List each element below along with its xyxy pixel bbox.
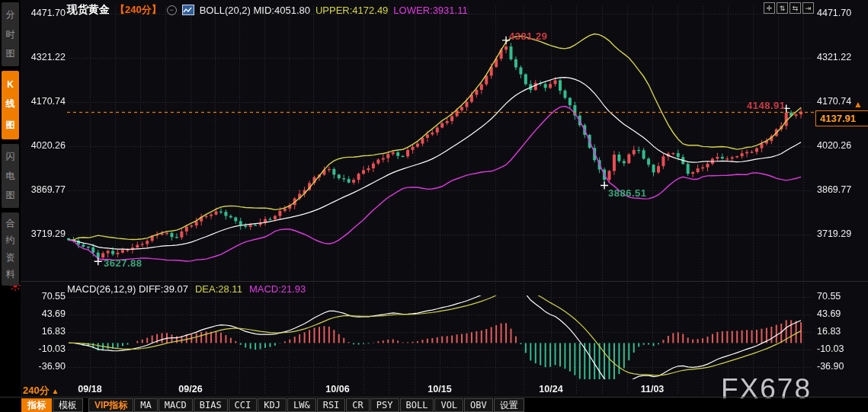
period-label: 【240分】 (115, 3, 162, 17)
price-tick-right: 4471.70 (817, 8, 864, 18)
macd-tick-left: 70.55 (21, 291, 66, 302)
macd-diff-label: MACD(26,12,9) DIFF:39.07 (67, 283, 188, 295)
toolbar-button-VIP指标[interactable]: VIP指标 (88, 398, 133, 412)
toolbar-button-BIAS[interactable]: BIAS (194, 398, 228, 412)
zoom-y-icon[interactable]: ⇅ (777, 2, 788, 14)
price-annotation: 3627.88 (104, 257, 143, 269)
price-tick-right: 4020.26 (817, 140, 864, 151)
macd-tick-left: 43.69 (21, 308, 66, 319)
price-tick-right: 3719.29 (817, 228, 864, 239)
toolbar-button-模板[interactable]: 模板 (53, 398, 83, 412)
toolbar-button-CCI[interactable]: CCI (229, 398, 258, 412)
mini-chart-icon[interactable] (182, 5, 194, 15)
toolbar-button-KDJ[interactable]: KDJ (258, 398, 287, 412)
price-tick-left: 3719.29 (21, 228, 66, 239)
watermark: FX678 (721, 373, 812, 405)
interval-label: 240分 (23, 385, 50, 396)
sidebar-tab-char: 料 (6, 268, 15, 281)
boll-indicator-label: BOLL(20,2) MID:4051.80 (200, 5, 310, 16)
price-tick-left: 4170.74 (21, 96, 66, 107)
toolbar-button-设置[interactable]: 设置 (494, 398, 524, 412)
x-axis-date-label: 10/06 (319, 384, 356, 394)
price-tick-left: 4321.22 (21, 52, 66, 62)
trading-app-window: { "colors":{"up":"#ea4d54","down":"#31bd… (0, 0, 868, 412)
price-annotation: 3886.51 (608, 187, 647, 199)
sidebar-tab-合约资料[interactable]: 合约资料 (2, 212, 19, 286)
toolbar-button-MA[interactable]: MA (134, 398, 157, 412)
sidebar-tab-分时图[interactable]: 分时图 (2, 2, 19, 66)
x-axis-date-label: 09/26 (172, 384, 209, 394)
toolbar-button-RSI[interactable]: RSI (317, 398, 346, 412)
x-axis-date-label: 10/24 (533, 384, 569, 394)
macd-tick-left: -36.90 (21, 361, 66, 372)
sidebar-tab-char: 约 (6, 234, 15, 247)
link-icon[interactable]: − (167, 5, 177, 15)
sidebar-tab-char: 闪 (6, 150, 15, 163)
sidebar-tab-闪电图[interactable]: 闪电图 (2, 144, 19, 208)
interval-selector[interactable]: 240分 ▲ (23, 384, 59, 398)
macd-macd-label: MACD:21.93 (249, 283, 306, 295)
toolbar-button-OBV[interactable]: OBV (464, 398, 493, 412)
symbol-name: 现货黄金 (67, 3, 110, 17)
macd-tick-right: 16.83 (817, 326, 864, 337)
macd-tick-right: -10.03 (817, 343, 864, 354)
sidebar-tab-char: 资 (6, 251, 15, 264)
crosshair-icon[interactable]: ✛ (764, 2, 775, 14)
price-alert-arrow-icon[interactable]: ▲ (854, 99, 863, 110)
toolbar-button-VOL[interactable]: VOL (434, 398, 463, 412)
boll-upper-label: UPPER:4172.49 (315, 5, 388, 16)
indicator-toolbar: 指标模板VIP指标MAMACDBIASCCIKDJLW&RSICRPSYBOLL… (21, 398, 525, 412)
price-tick-right: 3869.77 (817, 184, 864, 195)
price-tick-left: 4471.70 (21, 8, 66, 18)
sidebar-tab-char: 图 (6, 47, 15, 60)
sidebar-tab-char: 图 (6, 189, 15, 202)
macd-dea-label: DEA:28.11 (195, 283, 242, 295)
sidebar-tab-char: 分 (6, 8, 15, 21)
left-sidebar: 分时图K线图闪电图合约资料 (0, 0, 21, 412)
macd-tick-right: 70.55 (817, 291, 864, 302)
macd-header: MACD(26,12,9) DIFF:39.07 DEA:28.11 MACD:… (67, 283, 306, 295)
sidebar-tab-char: K (7, 79, 14, 90)
boll-lower-label: LOWER:3931.11 (393, 5, 467, 16)
toolbar-button-MACD[interactable]: MACD (159, 398, 193, 412)
toolbar-button-指标[interactable]: 指标 (21, 398, 52, 412)
sidebar-tab-char: 图 (6, 119, 15, 132)
macd-tick-left: -10.03 (21, 343, 66, 354)
x-axis-date-label: 09/18 (72, 384, 108, 394)
sidebar-tab-char: 时 (6, 28, 15, 41)
chart-header: 现货黄金 【240分】 − BOLL(20,2) MID:4051.80 UPP… (67, 3, 468, 17)
sidebar-tab-char: 合 (6, 217, 15, 230)
zoom-reset-icon[interactable]: ⇥ (802, 2, 814, 14)
x-axis-date-label: 11/03 (634, 384, 671, 394)
sidebar-tab-char: 电 (6, 170, 15, 183)
chart-tool-icons: ✛⇅⇆⇥ (764, 2, 814, 14)
macd-tick-right: 43.69 (817, 308, 864, 319)
interval-dropdown-arrow-icon[interactable]: ▲ (50, 387, 59, 395)
toolbar-divider (0, 397, 868, 398)
macd-tick-right: -36.90 (817, 361, 864, 372)
sidebar-tab-K线图[interactable]: K线图 (2, 71, 19, 139)
price-chart-canvas[interactable] (0, 0, 868, 412)
pane-divider (21, 281, 868, 282)
sidebar-tab-char: 线 (6, 97, 15, 110)
toolbar-button-PSY[interactable]: PSY (370, 398, 399, 412)
price-tick-left: 3869.77 (21, 184, 66, 195)
toolbar-button-CR[interactable]: CR (346, 398, 369, 412)
macd-tick-left: 16.83 (21, 326, 66, 337)
price-annotation: 4381.29 (509, 30, 548, 42)
price-annotation: 4148.91 (747, 100, 786, 111)
price-tick-right: 4321.22 (817, 52, 864, 62)
toolbar-button-LW&[interactable]: LW& (287, 398, 316, 412)
last-price-box[interactable]: 4137.91 (815, 110, 868, 126)
x-axis-date-label: 10/15 (421, 384, 458, 394)
toolbar-button-BOLL[interactable]: BOLL (400, 398, 434, 412)
zoom-x-icon[interactable]: ⇆ (790, 2, 801, 14)
price-tick-left: 4020.26 (21, 140, 66, 151)
